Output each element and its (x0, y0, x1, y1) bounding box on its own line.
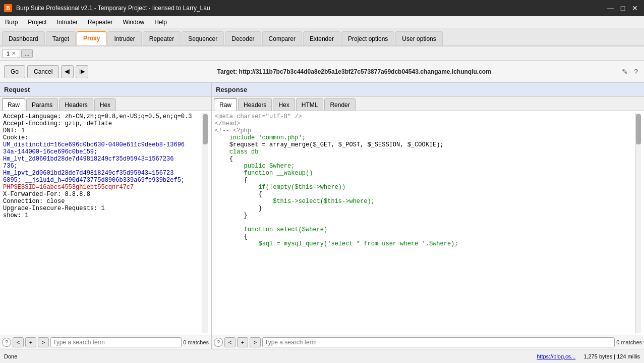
response-scrollbar[interactable] (635, 113, 641, 333)
response-search-forward-button[interactable]: > (250, 337, 261, 347)
response-search-input[interactable] (262, 337, 615, 347)
go-button[interactable]: Go (4, 65, 25, 78)
req-line: 34a-144000-16ce696c0be159; (3, 148, 97, 155)
resp-code-line: <meta charset="utf-8" /> (215, 113, 635, 120)
request-search-input[interactable] (50, 337, 182, 347)
app-title: Burp Suite Professional v2.1 - Temporary… (16, 5, 210, 12)
menu-item-window[interactable]: Window (118, 16, 149, 28)
response-search-matches: 0 matches (616, 339, 642, 345)
request-tabs: RawParamsHeadersHex (0, 97, 211, 111)
req-tab-params[interactable]: Params (26, 98, 58, 111)
main-tab-proxy[interactable]: Proxy (77, 31, 106, 45)
resp-code-line: public $where; (215, 163, 635, 170)
req-line: X-Forwarded-For: 8.8.8.8 (3, 191, 90, 198)
toolbar: Go Cancel ◀| |▶ Target: http://3111b7bc7… (0, 61, 644, 83)
resp-code-line: include 'common.php'; (215, 134, 635, 141)
main-tab-user-options[interactable]: User options (395, 31, 442, 45)
resp-code-line: class db (215, 148, 635, 155)
main-tab-extender[interactable]: Extender (303, 31, 340, 45)
request-scrollbar[interactable] (202, 113, 208, 333)
request-search-forward-button[interactable]: > (38, 337, 49, 347)
response-search-prev-button[interactable]: < (224, 337, 236, 347)
subtab-1[interactable]: 1 ✕ (2, 49, 20, 58)
resp-code-line: $this->select($this->where); (215, 198, 635, 205)
menu-item-project[interactable]: Project (23, 16, 51, 28)
minimize-button[interactable]: — (606, 3, 616, 13)
resp-code-line: function select($where) (215, 226, 635, 233)
menu-item-repeater[interactable]: Repeater (83, 16, 118, 28)
titlebar-left: B Burp Suite Professional v2.1 - Tempora… (4, 4, 210, 12)
response-tabs: RawHeadersHexHTMLRender (212, 97, 644, 111)
status-text: Done (4, 353, 17, 359)
subtab-more[interactable]: ... (21, 49, 33, 58)
request-content[interactable]: Accept-Language: zh-CN,zh;q=0.8,en-US;q=… (3, 113, 202, 333)
main-tab-comparer[interactable]: Comparer (262, 31, 302, 45)
resp-code-line: } (215, 212, 635, 219)
menu-item-burp[interactable]: Burp (0, 16, 23, 28)
cancel-button[interactable]: Cancel (27, 65, 59, 78)
main-tabs: DashboardTargetProxyIntruderRepeaterSequ… (0, 28, 644, 46)
request-panel: Request RawParamsHeadersHex Accept-Langu… (0, 83, 212, 349)
resp-tab-html[interactable]: HTML (296, 98, 324, 111)
request-header: Request (0, 83, 211, 97)
resp-code-line: { (215, 177, 635, 184)
help-button[interactable]: ? (632, 67, 640, 77)
request-search-help-button[interactable]: ? (2, 338, 11, 347)
resp-code-line: </head> (215, 120, 635, 127)
status-info: 1,275 bytes | 124 millis (583, 353, 640, 359)
statusbar: Done https://blog.cs... 1,275 bytes | 12… (0, 349, 644, 363)
resp-code-line: $sql = mysql_query('select * from user w… (215, 240, 635, 247)
resp-code-line: $requset = array_merge($_GET, $_POST, $_… (215, 141, 635, 148)
request-search-next-button[interactable]: + (25, 337, 36, 347)
req-line: Upgrade-Insecure-Requests: 1 (3, 205, 105, 212)
app-icon: B (4, 4, 12, 12)
main-tab-target[interactable]: Target (46, 31, 76, 45)
main-tab-dashboard[interactable]: Dashboard (2, 31, 45, 45)
response-content[interactable]: <meta charset="utf-8" /></head><!-- <?ph… (215, 113, 635, 333)
response-panel: Response RawHeadersHexHTMLRender <meta c… (212, 83, 644, 349)
req-line: PHPSESSID=16abcs4553gh1ebt55cqnr47c7 (3, 184, 134, 191)
resp-code-line: } (215, 205, 635, 212)
status-url[interactable]: https://blog.cs... (537, 353, 575, 359)
main-tab-repeater[interactable]: Repeater (143, 31, 181, 45)
sub-tabbar: 1 ✕ ... (0, 46, 644, 61)
resp-tab-render[interactable]: Render (324, 98, 355, 111)
forward-button[interactable]: |▶ (76, 65, 88, 78)
main-tab-project-options[interactable]: Project options (341, 31, 394, 45)
response-search-next-button[interactable]: + (237, 337, 248, 347)
response-search-help-button[interactable]: ? (214, 338, 223, 347)
subtab-close-icon[interactable]: ✕ (12, 50, 16, 56)
response-scrollbar-thumb (636, 114, 641, 144)
response-code-area: <meta charset="utf-8" /></head><!-- <?ph… (212, 111, 644, 335)
req-line: Connection: close (3, 198, 65, 205)
menu-item-intruder[interactable]: Intruder (52, 16, 83, 28)
main-tab-intruder[interactable]: Intruder (107, 31, 141, 45)
req-line: Cookie: (3, 134, 28, 141)
resp-tab-raw[interactable]: Raw (214, 98, 237, 111)
maximize-button[interactable]: □ (618, 3, 628, 13)
resp-code-line: function __wakeup() (215, 170, 635, 177)
main-tab-decoder[interactable]: Decoder (225, 31, 261, 45)
req-line: DNT: 1 (3, 127, 25, 134)
edit-target-button[interactable]: ✎ (620, 67, 630, 77)
resp-tab-hex[interactable]: Hex (273, 98, 295, 111)
back-button[interactable]: ◀| (61, 65, 74, 78)
resp-tab-headers[interactable]: Headers (238, 98, 272, 111)
request-search-prev-button[interactable]: < (13, 337, 24, 347)
req-line: Accept-Language: zh-CN,zh;q=0.8,en-US;q=… (3, 113, 192, 120)
req-tab-headers[interactable]: Headers (59, 98, 93, 111)
menu-item-help[interactable]: Help (149, 16, 172, 28)
resp-code-line: <!-- <?php (215, 127, 635, 134)
req-line: 736; (3, 163, 18, 170)
window-controls[interactable]: — □ ✕ (606, 3, 640, 13)
close-button[interactable]: ✕ (630, 3, 640, 13)
request-scrollbar-thumb (203, 114, 208, 144)
req-tab-hex[interactable]: Hex (94, 98, 116, 111)
main-content: Request RawParamsHeadersHex Accept-Langu… (0, 83, 644, 349)
req-line: Hm_lpvt_2d0601bd28de7d49818249cf35d95943… (3, 170, 173, 177)
req-line: UM_distinctid=16ce696c0bc630-0400e611c9d… (3, 141, 185, 148)
resp-code-line: { (215, 191, 635, 198)
req-tab-raw[interactable]: Raw (2, 98, 25, 111)
main-tab-sequencer[interactable]: Sequencer (182, 31, 224, 45)
req-line: Hm_lvt_2d0601bd28de7d49818249cf35d95943=… (3, 155, 173, 163)
